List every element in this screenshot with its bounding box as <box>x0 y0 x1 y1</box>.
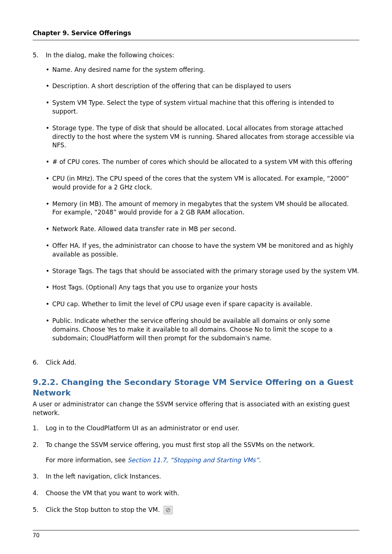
step-5b: 5. Click the Stop button to stop the VM. <box>33 506 359 514</box>
step-text: Click the Stop button to stop the VM. <box>46 506 160 513</box>
section-link[interactable]: Section 11.7, “Stopping and Starting VMs… <box>128 456 259 464</box>
step-text: Choose the VM that you want to work with… <box>46 489 179 497</box>
step-2: 2. To change the SSVM service offering, … <box>33 441 359 465</box>
step-number: 1. <box>33 424 46 433</box>
bullet-text: Memory (in MB). The amount of memory in … <box>52 200 359 217</box>
step-5: 5. In the dialog, make the following cho… <box>33 51 359 351</box>
step-number: 6. <box>33 358 46 367</box>
extra-pre: For more information, see <box>46 456 128 464</box>
page-number: 70 <box>33 532 40 539</box>
step-text: In the dialog, make the following choice… <box>46 52 174 59</box>
step-text: Click Add. <box>46 359 76 366</box>
bullet-text: Storage type. The type of disk that shou… <box>52 124 359 150</box>
step-5-bullets: •Name. Any desired name for the system o… <box>46 66 359 343</box>
step-text: To change the SSVM service offering, you… <box>46 441 359 450</box>
step-number: 3. <box>33 472 46 481</box>
bullet-text: CPU cap. Whether to limit the level of C… <box>52 300 359 309</box>
step-number: 5. <box>33 51 46 351</box>
top-step-list: 5. In the dialog, make the following cho… <box>33 51 359 367</box>
bullet-text: Storage Tags. The tags that should be as… <box>52 267 359 276</box>
bullet-text: Host Tags. (Optional) Any tags that you … <box>52 283 359 292</box>
bullet-text: Offer HA. If yes, the administrator can … <box>52 242 359 259</box>
step-3: 3. In the left navigation, click Instanc… <box>33 472 359 481</box>
step-text: Log in to the CloudPlatform UI as an adm… <box>46 424 240 432</box>
stop-icon <box>163 506 173 514</box>
step-1: 1. Log in to the CloudPlatform UI as an … <box>33 424 359 433</box>
step-text: In the left navigation, click Instances. <box>46 473 161 480</box>
bullet-text: CPU (in MHz). The CPU speed of the cores… <box>52 175 359 192</box>
bullet-text: Description. A short description of the … <box>52 82 359 91</box>
page-footer: 70 <box>33 530 359 539</box>
step-number: 2. <box>33 441 46 465</box>
chapter-header: Chapter 9. Service Offerings <box>33 29 359 40</box>
bullet-text: # of CPU cores. The number of cores whic… <box>52 158 359 167</box>
bullet-text: Name. Any desired name for the system of… <box>52 66 359 74</box>
step-number: 4. <box>33 489 46 498</box>
step-2-extra: For more information, see Section 11.7, … <box>46 456 359 465</box>
bullet-text: System VM Type. Select the type of syste… <box>52 99 359 116</box>
intro-paragraph: A user or administrator can change the S… <box>33 400 359 418</box>
section-heading: 9.2.2. Changing the Secondary Storage VM… <box>33 377 359 398</box>
step-6: 6. Click Add. <box>33 358 359 367</box>
bullet-text: Public. Indicate whether the service off… <box>52 317 359 342</box>
step-4: 4. Choose the VM that you want to work w… <box>33 489 359 498</box>
bottom-step-list: 1. Log in to the CloudPlatform UI as an … <box>33 424 359 514</box>
bullet-text: Network Rate. Allowed data transfer rate… <box>52 225 359 234</box>
extra-post: . <box>259 456 261 464</box>
step-number: 5. <box>33 506 46 514</box>
